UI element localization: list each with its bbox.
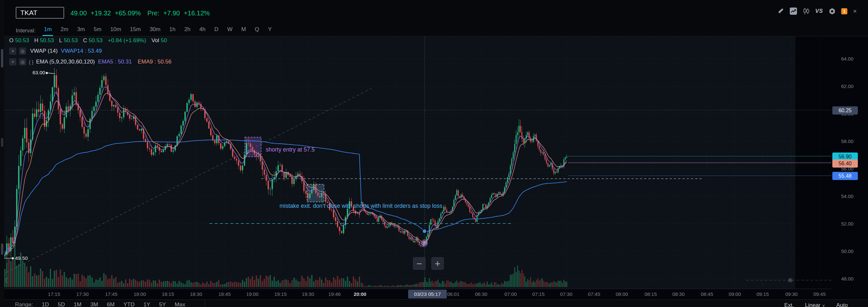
tab-interval-5m[interactable]: 5m	[93, 26, 102, 35]
chevron-down-icon: ∨	[822, 303, 826, 307]
tab-interval-30m[interactable]: 30m	[149, 26, 161, 35]
range-5D[interactable]: 5D	[58, 301, 65, 307]
price-callout[interactable]: 49.50	[15, 255, 28, 261]
price-axis[interactable]: ∨ Auto 64.0062.0060.0058.0056.0054.0052.…	[831, 0, 868, 307]
range-3M[interactable]: 3M	[90, 301, 98, 307]
ema5-value: EMA5 : 50.31	[98, 59, 132, 65]
tab-interval-10m[interactable]: 10m	[110, 26, 122, 35]
tab-interval-4h[interactable]: 4h	[199, 26, 206, 35]
time-axis-label: 09:15	[756, 291, 769, 297]
strip-mark	[1, 49, 3, 67]
premarket-label: Pre:	[147, 9, 159, 17]
time-axis-label: 20:00	[354, 291, 366, 297]
high-label: H	[34, 37, 38, 44]
zoom-out-button[interactable]: −	[413, 257, 426, 270]
interval-bar: Interval: 1m2m3m5m10m15m30m1h2h4hDWMQY	[16, 26, 272, 35]
range-1Y[interactable]: 1Y	[143, 301, 150, 307]
ema-settings-icon[interactable]: ◎	[19, 58, 26, 65]
time-axis-label: 08:45	[701, 291, 713, 297]
tab-interval-1h[interactable]: 1h	[168, 26, 176, 35]
tab-interval-Y[interactable]: Y	[268, 26, 272, 35]
price-axis-label: 64.00	[841, 56, 854, 62]
zoom-in-button[interactable]: +	[431, 257, 444, 270]
annotation-short-entry[interactable]: shorty entry at 57.5	[266, 146, 315, 153]
draw-pencil-icon[interactable]	[777, 7, 784, 15]
tab-interval-W[interactable]: W	[226, 26, 233, 35]
remove-ema-icon[interactable]: ×	[9, 58, 17, 65]
ema-indicator-legend: × ◎ { } EMA (5,9,20,30,60,120) EMA5 : 50…	[9, 58, 172, 65]
price-change: +19.32	[91, 9, 111, 17]
close-icon[interactable]: ×	[853, 7, 857, 15]
bar-change-value: +0.84 (+1.69%)	[108, 37, 146, 44]
annotation-mistake-exit[interactable]: mistake exit. don't close with shorts wi…	[280, 203, 442, 210]
range-YTD[interactable]: YTD	[123, 301, 134, 307]
time-axis-label: 06:01	[447, 291, 460, 297]
bottom-right-controls: Ext. Linear ∨ Auto	[784, 302, 848, 307]
price-axis-badge: 55.48	[832, 172, 858, 180]
price-axis-label: 62.00	[841, 84, 854, 89]
notification-count-badge[interactable]: 1	[841, 8, 847, 14]
time-axis-label: 08:15	[645, 291, 657, 297]
night-session-moon-icon[interactable]: ☾	[5, 277, 10, 284]
vwap-settings-icon[interactable]: ◎	[19, 48, 26, 55]
tab-interval-D[interactable]: D	[214, 26, 219, 35]
day-session-sun-icon[interactable]: ☼	[787, 277, 794, 284]
ticker-input[interactable]	[16, 7, 64, 19]
time-axis-label: 09:30	[785, 291, 798, 297]
time-axis-label: 09:00	[728, 291, 741, 297]
price-change-pct: +65.09%	[115, 9, 141, 17]
scale-mode-select[interactable]: Linear ∨	[805, 302, 826, 307]
tab-interval-Q[interactable]: Q	[254, 26, 259, 35]
strip-mark	[1, 244, 3, 255]
quote-summary: 49.00+19.32+65.09%Pre:+7.90+16.12%	[70, 8, 214, 18]
price-axis-label: 58.00	[841, 139, 854, 144]
open-value: 50.53	[15, 37, 29, 44]
price-callout[interactable]: 63.00	[32, 70, 45, 75]
tab-interval-2h[interactable]: 2h	[184, 26, 191, 35]
vwap-name[interactable]: VWAP (14)	[30, 48, 58, 54]
premarket-change-pct: +16.12%	[184, 9, 210, 17]
range-6M[interactable]: 6M	[107, 301, 115, 307]
tab-interval-2m[interactable]: 2m	[60, 26, 69, 35]
time-axis-label: 18:15	[162, 291, 174, 297]
time-axis-label: 19:00	[246, 291, 258, 297]
time-axis[interactable]: 03/23 05:17 17:1517:3017:4518:0018:1518:…	[4, 289, 831, 300]
settings-nut-icon[interactable]	[828, 7, 836, 15]
ema9-value: EMA9 : 50.56	[138, 59, 172, 65]
range-bar: Range: 1D5D1M3M6MYTD1Y5YMax	[15, 301, 185, 307]
compare-vs-icon[interactable]: VS	[815, 8, 823, 14]
vwap-value: VWAP14 : 53.49	[61, 48, 102, 54]
range-5Y[interactable]: 5Y	[159, 301, 166, 307]
time-axis-label: 19:30	[302, 291, 314, 297]
tab-interval-1m[interactable]: 1m	[43, 26, 52, 35]
ema-params-icon[interactable]: { }	[29, 59, 33, 65]
remove-vwap-icon[interactable]: ×	[9, 48, 17, 55]
tab-interval-M[interactable]: M	[241, 26, 246, 35]
range-options: 1D5D1M3M6MYTD1Y5YMax	[42, 301, 185, 307]
price-axis-label: 52.00	[841, 221, 854, 226]
price-axis-badge: 56.40	[832, 159, 858, 167]
range-1D[interactable]: 1D	[42, 301, 49, 307]
range-Max[interactable]: Max	[175, 301, 185, 307]
range-1M[interactable]: 1M	[74, 301, 82, 307]
candlestick-style-icon[interactable]	[803, 7, 810, 15]
line-chart-icon[interactable]	[790, 7, 797, 15]
time-axis-label: 17:45	[105, 291, 118, 297]
premarket-change: +7.90	[163, 9, 180, 17]
volume-label: Vol	[152, 37, 159, 44]
tab-interval-15m[interactable]: 15m	[129, 26, 142, 35]
time-axis-label: 19:46	[328, 291, 341, 297]
left-toolbar-strip[interactable]	[0, 0, 4, 307]
ema-name[interactable]: EMA (5,9,20,30,60,120)	[36, 59, 95, 65]
time-axis-label: 18:45	[218, 291, 231, 297]
auto-scale-toggle[interactable]: Auto	[836, 302, 848, 307]
time-axis-label: 18:00	[133, 291, 146, 297]
time-axis-label: 07:00	[504, 291, 517, 297]
tab-interval-3m[interactable]: 3m	[76, 26, 86, 35]
time-axis-label: 07:30	[560, 291, 572, 297]
extended-hours-toggle[interactable]: Ext.	[784, 302, 794, 307]
close-label: C	[83, 37, 87, 44]
top-toolbar: 49.00+19.32+65.09%Pre:+7.90+16.12% VS 1 …	[4, 0, 868, 36]
bottom-toolbar: Range: 1D5D1M3M6MYTD1Y5YMax Ext. Linear …	[0, 300, 868, 307]
low-label: L	[59, 37, 62, 44]
